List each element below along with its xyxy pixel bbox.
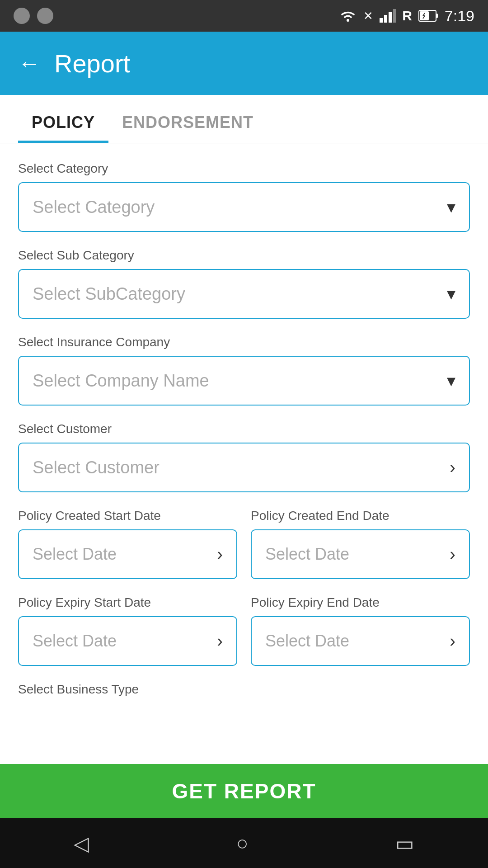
- subcategory-placeholder: Select SubCategory: [33, 284, 185, 304]
- status-time: 7:19: [445, 7, 474, 25]
- subcategory-chevron-icon: ▾: [447, 284, 455, 304]
- customer-arrow-icon: ›: [450, 458, 455, 477]
- subcategory-dropdown[interactable]: Select SubCategory ▾: [18, 269, 470, 319]
- insurance-company-placeholder: Select Company Name: [33, 371, 209, 391]
- status-bar-right: ✕ R 7:19: [339, 7, 474, 25]
- category-placeholder: Select Category: [33, 198, 155, 217]
- policy-expiry-start-arrow-icon: ›: [217, 632, 223, 651]
- svg-rect-3: [389, 12, 392, 23]
- status-bar: ✕ R 7:19: [0, 0, 488, 32]
- svg-rect-4: [393, 9, 396, 23]
- battery-icon: [418, 10, 438, 22]
- svg-rect-1: [380, 18, 383, 23]
- policy-created-dates-row: Policy Created Start Date Select Date › …: [18, 509, 470, 579]
- status-bar-left: [14, 8, 53, 24]
- policy-created-end-placeholder: Select Date: [265, 545, 349, 564]
- signal-icon: ✕: [363, 9, 373, 23]
- insurance-company-chevron-icon: ▾: [447, 371, 455, 391]
- form-area: Select Category Select Category ▾ Select…: [0, 143, 488, 737]
- policy-created-start-date-picker[interactable]: Select Date ›: [18, 529, 237, 579]
- policy-created-end-arrow-icon: ›: [450, 545, 455, 564]
- tab-policy[interactable]: POLICY: [18, 95, 108, 143]
- nav-home-icon[interactable]: ○: [236, 832, 249, 854]
- customer-label: Select Customer: [18, 422, 470, 436]
- policy-created-start-arrow-icon: ›: [217, 545, 223, 564]
- policy-created-end-date-picker[interactable]: Select Date ›: [251, 529, 470, 579]
- app-bar: ← Report: [0, 32, 488, 95]
- policy-expiry-end-date-col: Policy Expiry End Date Select Date ›: [251, 595, 470, 666]
- back-button[interactable]: ←: [18, 50, 41, 76]
- insurance-company-dropdown[interactable]: Select Company Name ▾: [18, 356, 470, 406]
- category-dropdown[interactable]: Select Category ▾: [18, 182, 470, 232]
- customer-placeholder: Select Customer: [33, 458, 160, 477]
- policy-expiry-end-date-picker[interactable]: Select Date ›: [251, 616, 470, 666]
- category-field-group: Select Category Select Category ▾: [18, 161, 470, 232]
- category-label: Select Category: [18, 161, 470, 176]
- svg-rect-2: [384, 15, 387, 23]
- policy-created-end-label: Policy Created End Date: [251, 509, 470, 523]
- subcategory-field-group: Select Sub Category Select SubCategory ▾: [18, 248, 470, 319]
- business-type-field-group: Select Business Type: [18, 682, 470, 703]
- signal-bars-icon: [380, 9, 396, 23]
- svg-point-0: [347, 19, 349, 22]
- tab-endorsement[interactable]: ENDORSEMENT: [108, 95, 267, 143]
- policy-expiry-start-label: Policy Expiry Start Date: [18, 595, 237, 610]
- tabs-container: POLICY ENDORSEMENT: [0, 95, 488, 143]
- policy-created-end-date-col: Policy Created End Date Select Date ›: [251, 509, 470, 579]
- policy-expiry-end-label: Policy Expiry End Date: [251, 595, 470, 610]
- status-circle-1: [14, 8, 30, 24]
- customer-field-group: Select Customer Select Customer ›: [18, 422, 470, 492]
- insurance-company-label: Select Insurance Company: [18, 335, 470, 349]
- nav-back-icon[interactable]: ◁: [74, 832, 89, 855]
- policy-expiry-dates-row: Policy Expiry Start Date Select Date › P…: [18, 595, 470, 666]
- subcategory-label: Select Sub Category: [18, 248, 470, 263]
- policy-created-start-label: Policy Created Start Date: [18, 509, 237, 523]
- status-circle-2: [37, 8, 53, 24]
- main-content: POLICY ENDORSEMENT Select Category Selec…: [0, 95, 488, 764]
- nav-bar: ◁ ○ ▭: [0, 818, 488, 868]
- policy-created-start-date-col: Policy Created Start Date Select Date ›: [18, 509, 237, 579]
- policy-created-start-placeholder: Select Date: [33, 545, 117, 564]
- wifi-icon: [339, 9, 357, 23]
- nav-recents-icon[interactable]: ▭: [395, 832, 414, 855]
- policy-expiry-start-placeholder: Select Date: [33, 632, 117, 651]
- business-type-label: Select Business Type: [18, 682, 470, 697]
- policy-expiry-end-arrow-icon: ›: [450, 632, 455, 651]
- category-chevron-icon: ▾: [447, 197, 455, 217]
- get-report-button[interactable]: GET REPORT: [0, 764, 488, 818]
- policy-expiry-start-date-picker[interactable]: Select Date ›: [18, 616, 237, 666]
- svg-rect-6: [436, 14, 438, 18]
- page-title: Report: [54, 49, 130, 78]
- insurance-company-field-group: Select Insurance Company Select Company …: [18, 335, 470, 406]
- customer-field[interactable]: Select Customer ›: [18, 443, 470, 492]
- policy-expiry-end-placeholder: Select Date: [265, 632, 349, 651]
- policy-expiry-start-date-col: Policy Expiry Start Date Select Date ›: [18, 595, 237, 666]
- network-r-icon: R: [402, 8, 412, 24]
